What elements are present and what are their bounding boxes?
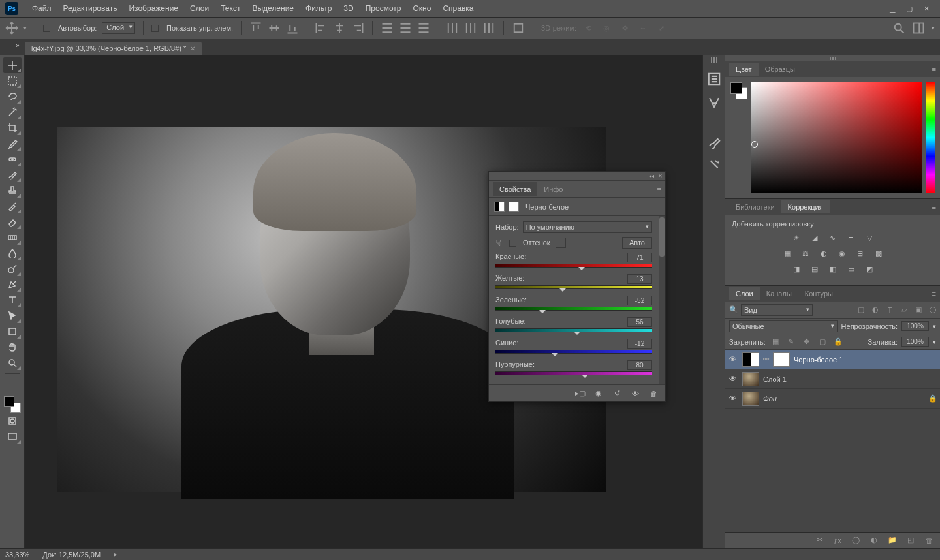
dist-bottom-icon[interactable] <box>417 22 430 35</box>
panel-menu-icon[interactable]: ≡ <box>932 290 936 298</box>
tab-paths[interactable]: Контуры <box>798 287 839 300</box>
color-lookup-icon[interactable]: ▩ <box>873 247 885 259</box>
panel-close-icon[interactable]: ✕ <box>658 173 663 179</box>
auto-button[interactable]: Авто <box>622 237 652 249</box>
tab-info[interactable]: Инфо <box>537 182 569 196</box>
dodge-tool[interactable] <box>3 261 22 277</box>
maximize-icon[interactable]: ▢ <box>905 4 914 13</box>
blend-mode-dropdown[interactable]: Обычные <box>729 320 838 332</box>
tab-swatches[interactable]: Образцы <box>759 63 802 76</box>
panel-menu-icon[interactable]: ≡ <box>932 203 936 211</box>
dist-right-icon[interactable] <box>482 22 495 35</box>
status-chevron-icon[interactable]: ▸ <box>114 550 118 559</box>
tab-close-icon[interactable]: ✕ <box>190 45 195 52</box>
show-controls-checkbox[interactable] <box>151 25 159 32</box>
hand-tool[interactable] <box>3 339 22 355</box>
pen-tool[interactable] <box>3 277 22 292</box>
layer-thumb[interactable] <box>742 392 759 406</box>
exposure-icon[interactable]: ± <box>845 232 857 243</box>
slider-track[interactable] <box>495 328 652 334</box>
menu-выделение[interactable]: Выделение <box>246 0 300 18</box>
bw-adjustment-icon[interactable] <box>494 202 505 212</box>
fill-input[interactable]: 100% <box>901 337 929 347</box>
tab-adjustments[interactable]: Коррекция <box>781 200 830 213</box>
panel-menu-icon[interactable]: ≡ <box>932 65 936 73</box>
clip-to-layer-icon[interactable]: ▸▢ <box>575 388 586 399</box>
slider-value[interactable]: 13 <box>627 274 652 284</box>
menu-фильтр[interactable]: Фильтр <box>300 0 337 18</box>
lock-artboard-icon[interactable]: ▢ <box>817 336 828 348</box>
lock-paint-icon[interactable]: ✎ <box>785 336 797 348</box>
lock-position-icon[interactable]: ✥ <box>801 336 813 348</box>
move-tool-icon[interactable] <box>5 22 18 35</box>
selective-color-icon[interactable]: ◩ <box>864 263 875 275</box>
hue-sat-icon[interactable]: ▦ <box>781 247 793 259</box>
magic-wand-tool[interactable] <box>3 104 22 120</box>
slider-value[interactable]: -52 <box>627 296 652 305</box>
slider-track[interactable] <box>495 350 652 355</box>
filter-type-icon[interactable]: T <box>884 304 896 316</box>
search-icon[interactable]: 🔍 <box>729 305 738 314</box>
filter-adj-icon[interactable]: ◐ <box>870 304 881 316</box>
lock-all-icon[interactable]: 🔒 <box>832 336 844 348</box>
adjustment-thumb[interactable] <box>742 352 759 367</box>
slider-track[interactable] <box>495 264 652 269</box>
search-icon[interactable] <box>892 22 905 35</box>
layer-fx-icon[interactable]: ƒx <box>832 535 843 546</box>
slider-track[interactable] <box>495 285 652 290</box>
new-adjustment-icon[interactable]: ◐ <box>868 535 880 546</box>
align-hcenter-icon[interactable] <box>333 22 346 35</box>
channel-mixer-icon[interactable]: ⊞ <box>854 247 866 259</box>
layer-filter-dropdown[interactable]: Вид <box>741 304 813 316</box>
menu-текст[interactable]: Текст <box>215 0 246 18</box>
canvas-area[interactable]: ◂◂ ✕ Свойства Инфо ≡ Черно-белое Набор: … <box>25 55 702 548</box>
bw-icon[interactable]: ◐ <box>818 247 830 259</box>
shape-tool[interactable] <box>3 324 22 339</box>
delete-layer-icon[interactable]: 🗑 <box>923 535 935 546</box>
healing-brush-tool[interactable] <box>3 151 22 167</box>
stamp-tool[interactable] <box>3 183 22 198</box>
dist-vcenter-icon[interactable] <box>399 22 412 35</box>
threshold-icon[interactable]: ◧ <box>827 263 839 275</box>
blur-tool[interactable] <box>3 245 22 261</box>
tint-checkbox[interactable] <box>509 240 516 247</box>
lock-transparency-icon[interactable]: ▦ <box>770 336 781 348</box>
auto-select-checkbox[interactable] <box>43 25 50 32</box>
menu-3d[interactable]: 3D <box>337 0 359 18</box>
marquee-tool[interactable] <box>3 73 22 89</box>
eyedropper-tool[interactable] <box>3 136 22 151</box>
view-previous-icon[interactable]: ◉ <box>593 388 604 399</box>
posterize-icon[interactable]: ▤ <box>809 263 821 275</box>
levels-icon[interactable]: ◢ <box>809 232 821 243</box>
vibrance-icon[interactable]: ▽ <box>864 232 875 243</box>
invert-icon[interactable]: ◨ <box>791 263 802 275</box>
filter-shape-icon[interactable]: ▱ <box>898 304 910 316</box>
menu-просмотр[interactable]: Просмотр <box>360 0 407 18</box>
visibility-icon[interactable]: 👁 <box>729 375 738 384</box>
color-field[interactable] <box>751 82 922 193</box>
new-layer-icon[interactable]: ◰ <box>905 535 916 546</box>
menu-редактировать[interactable]: Редактировать <box>57 0 123 18</box>
visibility-icon[interactable]: 👁 <box>729 355 738 364</box>
brush-panel-icon[interactable] <box>707 134 721 149</box>
layer-row[interactable]: 👁Слой 1 <box>725 369 940 389</box>
preset-dropdown[interactable]: По умолчанию <box>523 221 652 233</box>
edit-toolbar-icon[interactable]: ⋯ <box>3 377 22 392</box>
tab-channels[interactable]: Каналы <box>760 287 798 300</box>
brush-tool[interactable] <box>3 167 22 183</box>
menu-окно[interactable]: Окно <box>407 0 437 18</box>
slider-track[interactable] <box>495 371 652 377</box>
scrollbar[interactable] <box>659 216 665 384</box>
tint-swatch[interactable] <box>556 238 566 248</box>
auto-align-icon[interactable] <box>512 22 525 35</box>
layer-thumb[interactable] <box>742 372 759 386</box>
targeted-adjust-icon[interactable]: ☟ <box>495 238 501 248</box>
menu-справка[interactable]: Справка <box>437 0 479 18</box>
brush-presets-icon[interactable] <box>707 158 721 172</box>
tab-expand-icon[interactable]: » <box>16 42 20 49</box>
menu-слои[interactable]: Слои <box>184 0 215 18</box>
new-group-icon[interactable]: 📁 <box>886 535 898 546</box>
align-vcenter-icon[interactable] <box>268 22 281 35</box>
tab-libraries[interactable]: Библиотеки <box>729 200 781 213</box>
filter-pixel-icon[interactable]: ▢ <box>855 304 867 316</box>
